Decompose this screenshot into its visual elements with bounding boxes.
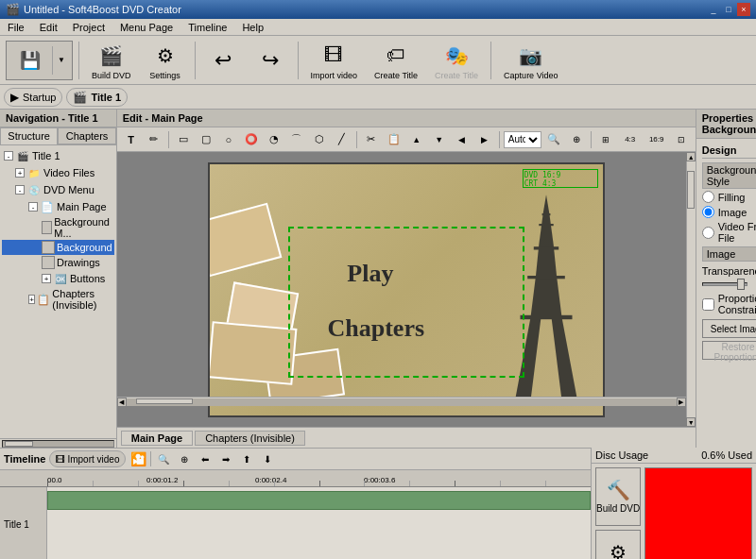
open-dropdown-button[interactable]: ▼ [53, 55, 70, 65]
text-tool-button[interactable]: T [121, 130, 142, 149]
create-title-button[interactable]: 🏷 Create Title [368, 38, 424, 83]
import-video-button[interactable]: 🎞 Import video [304, 38, 365, 83]
redo-button[interactable]: ↪ [249, 42, 292, 78]
copy-button[interactable]: 📋 [384, 130, 404, 149]
redo-icon: ↪ [255, 45, 285, 76]
hscroll-right-button[interactable]: ▶ [677, 398, 686, 407]
rounded-rect-button[interactable]: ▢ [196, 130, 216, 149]
tree-item-background-m[interactable]: Background M... [2, 215, 114, 240]
menu-file[interactable]: File [4, 21, 28, 34]
expand-main-page-button[interactable]: - [28, 202, 38, 212]
select-image-button[interactable]: Select Image [702, 319, 756, 338]
canvas[interactable]: DVD 16:9CRT 4:3 Play Chapters [208, 162, 605, 417]
nav-scrollbar-thumb[interactable] [5, 441, 33, 447]
zoom-in-button[interactable]: ⊕ [566, 130, 587, 149]
create-title2-button[interactable]: 🎭 Create Title [428, 38, 485, 83]
vscroll-track[interactable] [687, 161, 696, 417]
tab-startup[interactable]: Startup [23, 92, 56, 103]
settings-button[interactable]: ⚙ Settings [142, 38, 189, 83]
ratio-43-button[interactable]: 4:3 [618, 130, 643, 149]
timeline-tool-1[interactable]: 🎦 [129, 450, 146, 467]
tree-item-dvd-menu[interactable]: - 💿 DVD Menu [2, 181, 114, 198]
tree-item-buttons[interactable]: + 🆗 Buttons [2, 270, 114, 287]
tab-title1[interactable]: Title 1 [91, 92, 121, 103]
ratio-169-button[interactable]: 16:9 [644, 130, 669, 149]
minimize-button[interactable]: _ [707, 3, 720, 16]
vscroll-up-button[interactable]: ▲ [686, 152, 696, 161]
zoom-out-button[interactable]: 🔍 [543, 130, 564, 149]
filling-radio[interactable] [702, 191, 714, 203]
expand-title1-button[interactable]: - [4, 151, 13, 161]
canvas-hscrollbar[interactable]: ◀ ▶ [117, 397, 686, 406]
scroll-up-button[interactable]: ⬆ [238, 450, 255, 467]
scroll-down-button[interactable]: ⬇ [259, 450, 276, 467]
front-button[interactable]: ▲ [406, 130, 427, 149]
maximize-button[interactable]: □ [722, 3, 735, 16]
nav-tab-chapters[interactable]: Chapters [58, 127, 115, 144]
zoom-plus-button[interactable]: ⊕ [176, 450, 193, 467]
undo-button[interactable]: ↩ [201, 42, 245, 78]
back-button[interactable]: ▼ [429, 130, 450, 149]
tree-item-drawings[interactable]: Drawings [2, 255, 114, 270]
image-radio[interactable] [702, 206, 714, 218]
zoom-minus-button[interactable]: 🔍 [155, 450, 172, 467]
expand-chapters-button[interactable]: + [28, 295, 35, 304]
timeline-import-label[interactable]: Import video [67, 454, 119, 465]
tree-item-chapters-invisible[interactable]: + 📋 Chapters (Invisible) [2, 287, 114, 312]
save-button[interactable]: 💾 [9, 42, 52, 78]
edit-tab-main-page[interactable]: Main Page [121, 431, 193, 446]
hscroll-left-button[interactable]: ◀ [117, 398, 127, 407]
arc-button[interactable]: ◔ [264, 130, 284, 149]
video-from-file-radio[interactable] [702, 227, 714, 239]
scroll-left-button[interactable]: ⬅ [197, 450, 214, 467]
menu-help[interactable]: Help [238, 21, 267, 34]
tree-item-main-page[interactable]: - 📄 Main Page [2, 198, 114, 215]
pencil-tool-button[interactable]: ✏ [144, 130, 164, 149]
scroll-right-button[interactable]: ➡ [217, 450, 234, 467]
expand-video-files-button[interactable]: + [15, 168, 25, 178]
circle-button[interactable]: ⭕ [241, 130, 262, 149]
nav-scrollbar[interactable] [0, 438, 116, 448]
menu-menupage[interactable]: Menu Page [116, 21, 177, 34]
tree-item-video-files[interactable]: + 📁 Video Files [2, 164, 114, 181]
proportion-constraint-checkbox[interactable] [702, 298, 714, 311]
cut-button[interactable]: ✂ [361, 130, 382, 149]
zoom-select[interactable]: Auto [504, 131, 541, 148]
build-dvd-disc-button[interactable]: 🔨 Build DVD [595, 467, 641, 526]
expand-dvd-menu-button[interactable]: - [15, 185, 25, 195]
align-left-button[interactable]: ◀ [452, 130, 472, 149]
hscroll-track[interactable] [127, 398, 677, 406]
vscroll-thumb[interactable] [687, 171, 695, 209]
menu-timeline[interactable]: Timeline [184, 21, 231, 34]
curve-button[interactable]: ⌒ [286, 130, 307, 149]
transparency-slider-thumb[interactable] [737, 279, 745, 290]
nav-scrollbar-track[interactable] [2, 440, 114, 448]
undo-icon: ↩ [208, 45, 238, 76]
edit-tab-chapters-invisible[interactable]: Chapters (Invisible) [195, 431, 305, 446]
tree-item-background[interactable]: Background [2, 240, 114, 255]
nav-tab-structure[interactable]: Structure [0, 127, 58, 144]
safe-area-button[interactable]: ⊡ [671, 130, 692, 149]
transparency-slider-track[interactable] [702, 282, 748, 286]
hscroll-thumb[interactable] [136, 398, 193, 404]
align-right-button[interactable]: ▶ [474, 130, 495, 149]
menu-edit[interactable]: Edit [36, 21, 61, 34]
grid-button[interactable]: ⊞ [595, 130, 616, 149]
timeline-track-bar[interactable] [47, 491, 591, 510]
settings-disc-button[interactable]: ⚙ Settings [595, 530, 641, 560]
restore-proportions-button[interactable]: Restore Proportions [702, 341, 756, 360]
menu-project[interactable]: Project [69, 21, 109, 34]
close-button[interactable]: × [737, 3, 750, 16]
build-dvd-button[interactable]: 🎬 Build DVD [85, 38, 138, 83]
expand-buttons-button[interactable]: + [42, 274, 51, 283]
canvas-vscrollbar[interactable]: ▲ ▼ [686, 152, 696, 427]
vscroll-down-button[interactable]: ▼ [686, 417, 696, 427]
tree-item-title1[interactable]: - 🎬 Title 1 [2, 147, 114, 164]
ellipse-button[interactable]: ○ [218, 130, 239, 149]
build-dvd-icon: 🎬 [96, 41, 127, 71]
rect-tool-button[interactable]: ▭ [173, 130, 194, 149]
capture-video-button[interactable]: 📷 Capture Video [497, 38, 564, 83]
toolbar-separator-3 [298, 42, 299, 79]
poly-button[interactable]: ⬡ [309, 130, 330, 149]
line-button[interactable]: ╱ [332, 130, 352, 149]
